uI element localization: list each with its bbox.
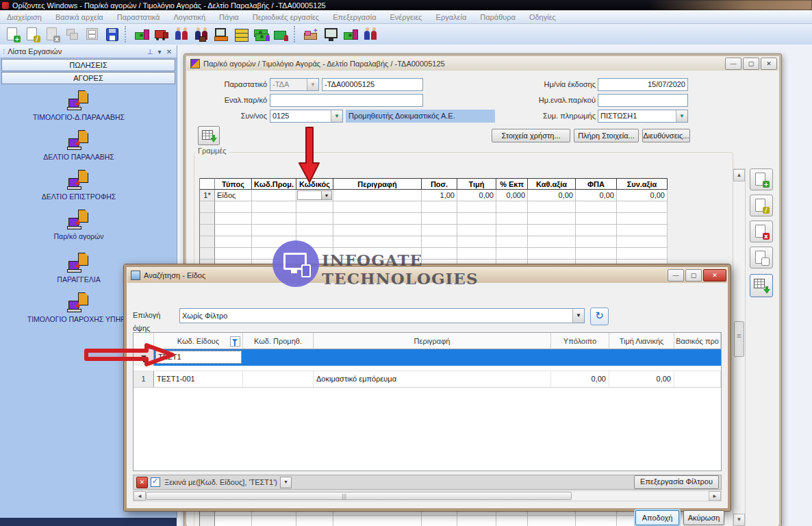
close-icon[interactable]: ✕ [761,58,777,70]
trade-money-2-icon[interactable] [342,25,360,43]
maximize-icon[interactable]: ▢ [685,269,702,281]
addresses-button[interactable]: Διευθύνσεις... [642,129,690,142]
toolbar: + / x ✦ [0,24,812,45]
import-export-icon[interactable] [63,25,81,43]
close-icon[interactable]: ✕ [703,269,726,281]
minimize-icon[interactable]: — [725,58,741,70]
app-bottom-edge [0,518,177,526]
dialog-icon [131,271,140,280]
restore-icon[interactable]: ▢ [743,58,759,70]
chevron-down-icon[interactable]: ▼ [572,309,584,323]
grid-vertical-scrollbar[interactable]: ▲ ▼ [733,168,746,526]
menu-item-pagia[interactable]: Πάγια [212,13,246,21]
close-icon[interactable]: ✕ [164,48,174,55]
payment-combo[interactable]: ΠΙΣΤΩΣΗ1▼ [598,110,688,123]
minimize-icon[interactable]: — [668,269,684,281]
menu-item-energeies[interactable]: Ενέργειες [383,13,429,21]
sidebar-item-deltio-paralavis[interactable]: ΔΕΛΤΙΟ ΠΑΡΑΛΑΒΗΣ [0,130,157,161]
auto-filter-row[interactable]: ΤΕΣΤ1 [134,349,721,366]
pin-icon[interactable]: ⊥ [145,48,155,55]
sidebar-item-parko-agoron[interactable]: Παρ/κό αγορών [0,210,157,240]
item-code-cell-editor[interactable]: ▼ [297,190,332,200]
doc-number-input[interactable]: -ΤΔΑ00005125 [322,78,423,91]
grid-tools-button[interactable] [750,274,773,297]
new-document-icon[interactable]: + [3,25,22,43]
copy-line-button[interactable] [750,247,773,268]
filter-enabled-checkbox[interactable] [151,477,160,487]
user-info-button[interactable]: Στοιχεία χρήστη... [492,129,570,142]
document-computer-icon [66,170,91,190]
save-icon[interactable] [103,25,121,43]
window-title: Παρ/κό αγορών / Τιμολόγιο Αγοράς - Δελτί… [203,60,724,68]
alt-doc-input[interactable] [270,94,423,107]
menu-item-epeksergasia[interactable]: Επεξεργασία [326,13,383,21]
customers-icon[interactable] [173,25,191,43]
menu-item-parastatika[interactable]: Παραστατικά [110,13,167,21]
doc-type-combo[interactable]: -ΤΔΑ▼ [270,78,319,91]
scroll-left-icon[interactable]: ◄ [134,491,146,501]
green-down-arrow-icon [763,286,770,295]
chevron-down-icon[interactable]: ▾ [155,48,164,55]
sidebar-group-sales[interactable]: ΠΩΛΗΣΕΙΣ [1,59,175,71]
add-line-button[interactable]: + [750,168,773,190]
filter-dropdown-icon[interactable]: ▼ [280,477,292,488]
terminal-monitor-icon[interactable] [322,25,340,43]
scroll-right-icon[interactable]: ► [709,491,721,501]
chevron-down-icon[interactable]: ▼ [307,79,318,90]
dialog-titlebar[interactable]: Αναζήτηση - Είδος — ▢ ✕ [127,268,727,283]
issue-date-input[interactable]: 15/07/2020 [598,78,688,91]
edit-filter-button[interactable]: Επεξεργασία Φίλτρου [634,475,719,489]
menu-item-basika-arxeia[interactable]: Βασικά αρχεία [49,13,110,21]
grid-row-1[interactable]: 1* Είδος ▼ 1,00 0,00 0,000 0,00 0,00 [200,190,668,201]
menu-item-odigies[interactable]: Οδηγίες [522,13,563,21]
view-select-combo[interactable]: Χωρίς Φίλτρο ▼ [179,308,585,323]
layout-grid-icon[interactable] [83,25,101,43]
cancel-button[interactable]: Ακύρωση [683,510,724,525]
result-row-1[interactable]: 1 ΤΕΣΤ1-001 Δοκιμαστικό εμπόρευμα 0,00 0… [134,371,721,388]
edit-line-button[interactable]: / [750,195,773,216]
suppliers-icon[interactable] [192,25,211,43]
sidebar-item-timologio-d-paralavis[interactable]: ΤΙΜΟΛΟΓΙΟ-Δ.ΠΑΡΑΛΑΒΗΣ [0,90,157,121]
refresh-icon[interactable]: ↻ [590,308,609,325]
menu-item-periodikes[interactable]: Περιοδικές εργασίες [246,13,326,21]
menu-item-ergaleia[interactable]: Εργαλεία [429,13,474,21]
grid-empty-row [200,225,668,236]
menu-item-logistiki[interactable]: Λογιστική [166,13,212,21]
grid-gap [134,366,721,371]
results-horizontal-scrollbar[interactable]: ◄ ► [133,490,722,501]
edit-document-icon[interactable]: / [23,25,42,43]
accept-button[interactable]: Αποδοχή [635,510,679,525]
scrollbar-thumb[interactable] [734,321,744,357]
sidebar-item-deltio-epistrofis[interactable]: ΔΕΛΤΙΟ ΕΠΙΣΤΡΟΦΗΣ [0,170,157,201]
view-select-label: Επιλογή όψης [133,309,175,322]
partner-code-combo[interactable]: 0125▼ [270,110,343,123]
toolbar-separator [125,26,129,42]
price-card-icon[interactable] [272,25,290,43]
full-info-button[interactable]: Πλήρη Στοιχεία... [574,129,639,142]
preview-document-icon[interactable]: x [43,25,62,43]
sidebar-group-purchases[interactable]: ΑΓΟΡΕΣ [1,72,175,84]
scrollbar-thumb[interactable] [146,492,572,500]
chevron-down-icon[interactable]: ▼ [321,191,331,199]
pencil-icon: / [763,207,770,214]
column-filter-icon[interactable] [230,336,240,347]
truck-delivery-icon[interactable] [153,25,171,43]
scroll-down-icon[interactable]: ▼ [733,514,745,526]
pos-station-icon[interactable] [212,25,231,43]
contacts-icon[interactable] [361,25,380,43]
remove-filter-icon[interactable]: ✕ [136,477,148,488]
document-computer-icon [66,130,91,151]
menu-item-diaxeirisi[interactable]: Διαχείριση [0,13,49,21]
window-titlebar[interactable]: Παρ/κό αγορών / Τιμολόγιο Αγοράς - Δελτί… [187,57,778,71]
chevron-down-icon[interactable]: ▼ [676,110,687,122]
document-stack-icon[interactable] [232,25,251,43]
room-service-icon[interactable]: ✦ [302,25,320,43]
cash-register-icon[interactable] [252,25,270,43]
grid-export-button[interactable] [198,126,220,145]
trade-money-icon[interactable] [133,25,151,43]
chevron-down-icon[interactable]: ▼ [331,110,342,122]
delete-line-button[interactable]: x [750,221,773,242]
alt-date-input[interactable] [598,94,688,107]
menu-item-parathyra[interactable]: Παράθυρα [473,13,522,21]
scroll-up-icon[interactable]: ▲ [733,169,745,181]
